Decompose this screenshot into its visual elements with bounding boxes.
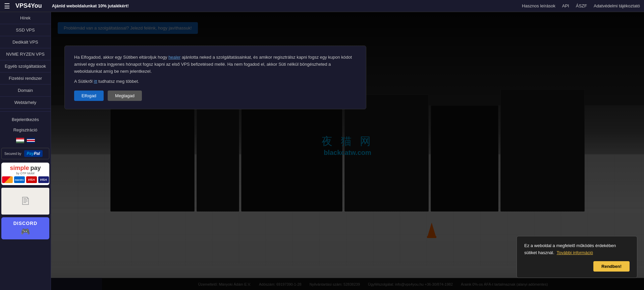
link-hasznos[interactable]: Hasznos leírások	[522, 3, 555, 8]
top-nav-links: Hasznos leírások API ÁSZF Adatvédelmi tá…	[522, 3, 640, 8]
discord-icon: 🎮	[4, 227, 47, 236]
referral-link[interactable]: healer	[168, 55, 180, 60]
cookie-dialog-text2: A Sütikről itt tudhatsz meg többet.	[74, 78, 357, 85]
rendben-button[interactable]: Rendben!	[593, 261, 630, 272]
visa-red-icon: VISA	[26, 176, 37, 183]
announcement: Ajánld weboldalunkat 10% jutalékért!	[52, 3, 522, 8]
sidebar-item-domain[interactable]: Domain	[0, 84, 51, 97]
sidebar-item-login[interactable]: Bejelentkezés	[0, 114, 51, 125]
top-bar: ☰ VPS4You Ajánld weboldalunkat 10% jutal…	[0, 0, 644, 12]
link-api[interactable]: API	[562, 3, 569, 8]
simplepay-badge: simple pay by OTP Mobil maestro VISA VIS…	[1, 163, 49, 185]
sidebar-item-fizetesi[interactable]: Fizetési rendszer	[0, 72, 51, 84]
broken-image-placeholder: 🖹	[1, 188, 49, 215]
maestro-icon: maestro	[14, 176, 25, 183]
main-layout: Hírek SSD VPS Dedikált VPS NVME RYZEN VP…	[0, 12, 644, 290]
main-content: 夜 猫 网 blackcatw.com Problémád van a szol…	[51, 12, 644, 290]
cookie-info-link[interactable]: itt	[94, 79, 97, 84]
cookie-bottom-text: Ez a weboldal a megfelelő működés érdeké…	[524, 242, 630, 256]
link-adatvedelmi[interactable]: Adatvédelmi tájékoztató	[594, 3, 640, 8]
hamburger-icon[interactable]: ☰	[4, 2, 10, 10]
visa-blue-icon: VISA	[38, 176, 49, 183]
cookie-more-link[interactable]: További információ	[557, 250, 593, 255]
announce-text: Ajánld weboldalunkat	[52, 3, 98, 8]
secured-by-text: Secured by	[4, 152, 21, 156]
sidebar-item-ssd-vps[interactable]: SSD VPS	[0, 24, 51, 36]
sidebar-flags	[0, 135, 51, 146]
discord-banner[interactable]: DISCORD 🎮	[1, 217, 49, 239]
cookie-buttons: Elfogad Megtagad	[74, 91, 357, 101]
paypal-badge: Secured by PayPal	[1, 148, 49, 159]
cookie-dialog: Ha Elfogadod, akkor egy Sütiben eltárolj…	[64, 46, 366, 109]
sidebar-item-dedikalt-vps[interactable]: Dedikált VPS	[0, 36, 51, 48]
mastercard-icon	[2, 176, 13, 183]
card-icons: maestro VISA VISA	[2, 176, 49, 183]
sidebar-auth: Bejelentkezés Regisztráció	[0, 111, 51, 135]
announce-bold: 10%	[98, 3, 107, 8]
sidebar-item-egyeb[interactable]: Egyéb szolgáltatások	[0, 60, 51, 72]
cookie-bottom-bar: Ez a weboldal a megfelelő működés érdeké…	[517, 236, 637, 278]
reject-button[interactable]: Megtagad	[108, 91, 142, 101]
sidebar-item-nvme-ryzen[interactable]: NVME RYZEN VPS	[0, 48, 51, 60]
flag-hungarian[interactable]	[16, 138, 24, 143]
simplepay-label: pay	[31, 165, 41, 172]
accept-button[interactable]: Elfogad	[74, 91, 104, 101]
site-logo[interactable]: VPS4You	[15, 2, 42, 9]
flag-english[interactable]	[27, 138, 35, 143]
sidebar-item-hirek[interactable]: Hírek	[0, 12, 51, 24]
sidebar-item-webtarhely[interactable]: Webtárhely	[0, 97, 51, 109]
link-aszf[interactable]: ÁSZF	[576, 3, 587, 8]
simplepay-logo: simple	[10, 165, 29, 172]
cookie-dialog-text1: Ha Elfogadod, akkor egy Sütiben eltárolj…	[74, 54, 357, 75]
announce-suffix: jutalékért!	[107, 3, 129, 8]
discord-label: DISCORD	[4, 221, 47, 226]
simplepay-sub: by OTP Mobil	[16, 172, 34, 175]
broken-image-icon: 🖹	[20, 195, 31, 208]
paypal-logo[interactable]: PayPal	[24, 150, 43, 157]
sidebar-nav: Hírek SSD VPS Dedikált VPS NVME RYZEN VP…	[0, 12, 51, 109]
sidebar-item-register[interactable]: Regisztráció	[0, 125, 51, 135]
sidebar: Hírek SSD VPS Dedikált VPS NVME RYZEN VP…	[0, 12, 51, 290]
